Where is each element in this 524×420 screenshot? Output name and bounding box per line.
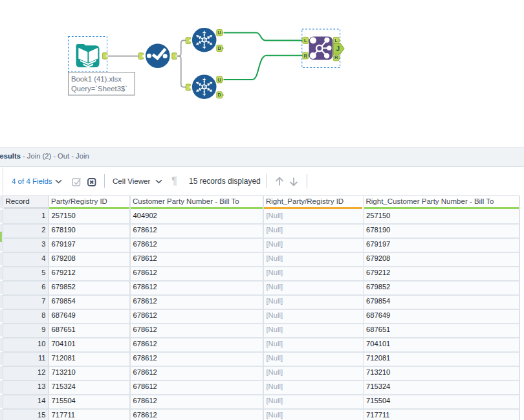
svg-text:U: U bbox=[218, 77, 221, 83]
svg-text:D: D bbox=[218, 45, 222, 51]
svg-text:L: L bbox=[304, 38, 307, 43]
svg-text:L: L bbox=[334, 38, 338, 43]
svg-text:J: J bbox=[336, 45, 340, 52]
svg-text:R: R bbox=[334, 54, 338, 60]
svg-text:R: R bbox=[304, 53, 308, 59]
svg-text:D: D bbox=[218, 92, 222, 98]
svg-text:Book1 (41).xlsx: Book1 (41).xlsx bbox=[71, 75, 122, 83]
svg-text:U: U bbox=[218, 30, 221, 36]
svg-text:Query=`Sheet3$`: Query=`Sheet3$` bbox=[71, 85, 127, 93]
